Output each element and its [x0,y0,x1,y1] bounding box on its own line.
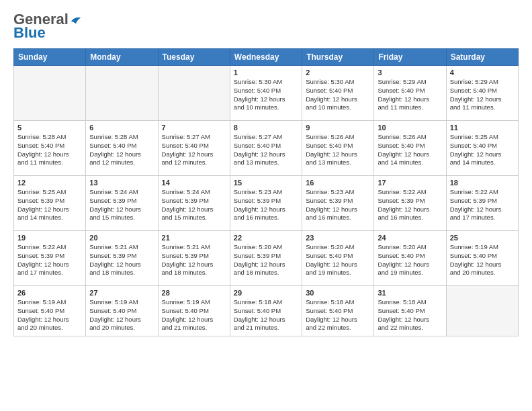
day-number: 22 [234,234,298,242]
empty-cell [158,66,230,121]
day-cell-6: 6Sunrise: 5:28 AM Sunset: 5:40 PM Daylig… [86,121,158,176]
day-number: 16 [306,179,370,187]
empty-cell [14,66,86,121]
weekday-header-wednesday: Wednesday [230,49,302,66]
day-info: Sunrise: 5:22 AM Sunset: 5:39 PM Dayligh… [450,188,515,222]
day-info: Sunrise: 5:19 AM Sunset: 5:40 PM Dayligh… [162,298,226,332]
logo-blue-text: Blue [13,24,46,42]
day-number: 3 [378,68,442,77]
day-cell-4: 4Sunrise: 5:29 AM Sunset: 5:40 PM Daylig… [446,66,518,121]
day-number: 4 [450,68,515,77]
day-cell-31: 31Sunrise: 5:18 AM Sunset: 5:40 PM Dayli… [374,286,446,336]
day-cell-27: 27Sunrise: 5:19 AM Sunset: 5:40 PM Dayli… [86,286,158,336]
weekday-header-sunday: Sunday [14,49,86,66]
day-number: 17 [378,179,442,187]
day-cell-20: 20Sunrise: 5:21 AM Sunset: 5:39 PM Dayli… [86,231,158,286]
day-cell-25: 25Sunrise: 5:19 AM Sunset: 5:40 PM Dayli… [446,231,518,286]
day-cell-18: 18Sunrise: 5:22 AM Sunset: 5:39 PM Dayli… [446,176,518,231]
day-cell-3: 3Sunrise: 5:29 AM Sunset: 5:40 PM Daylig… [374,66,446,121]
day-info: Sunrise: 5:19 AM Sunset: 5:40 PM Dayligh… [17,298,82,332]
day-number: 24 [378,234,442,242]
day-number: 29 [234,289,298,297]
weekday-header-row: SundayMondayTuesdayWednesdayThursdayFrid… [14,49,519,66]
week-row-1: 1Sunrise: 5:30 AM Sunset: 5:40 PM Daylig… [14,66,519,121]
day-number: 11 [450,124,515,132]
logo: General Blue [13,12,82,42]
day-cell-12: 12Sunrise: 5:25 AM Sunset: 5:39 PM Dayli… [14,176,86,231]
day-cell-22: 22Sunrise: 5:20 AM Sunset: 5:39 PM Dayli… [230,231,302,286]
day-number: 25 [450,234,515,242]
day-number: 13 [89,179,154,187]
day-number: 7 [162,124,226,132]
day-info: Sunrise: 5:30 AM Sunset: 5:40 PM Dayligh… [306,78,370,112]
day-cell-26: 26Sunrise: 5:19 AM Sunset: 5:40 PM Dayli… [14,286,86,336]
day-number: 18 [450,179,515,187]
day-cell-11: 11Sunrise: 5:25 AM Sunset: 5:40 PM Dayli… [446,121,518,176]
header: General Blue [13,12,519,42]
week-row-5: 26Sunrise: 5:19 AM Sunset: 5:40 PM Dayli… [14,286,519,336]
day-info: Sunrise: 5:22 AM Sunset: 5:39 PM Dayligh… [17,243,82,277]
day-info: Sunrise: 5:19 AM Sunset: 5:40 PM Dayligh… [89,298,154,332]
day-info: Sunrise: 5:27 AM Sunset: 5:40 PM Dayligh… [162,133,226,167]
day-info: Sunrise: 5:29 AM Sunset: 5:40 PM Dayligh… [450,78,515,112]
day-number: 8 [234,124,298,132]
day-cell-21: 21Sunrise: 5:21 AM Sunset: 5:39 PM Dayli… [158,231,230,286]
day-number: 2 [306,68,370,77]
day-number: 31 [378,289,442,297]
day-number: 12 [17,179,82,187]
day-number: 10 [378,124,442,132]
day-info: Sunrise: 5:20 AM Sunset: 5:39 PM Dayligh… [234,243,298,277]
day-info: Sunrise: 5:26 AM Sunset: 5:40 PM Dayligh… [306,133,370,167]
logo-bird-icon [70,15,82,24]
day-info: Sunrise: 5:21 AM Sunset: 5:39 PM Dayligh… [162,243,226,277]
day-number: 14 [162,179,226,187]
day-info: Sunrise: 5:28 AM Sunset: 5:40 PM Dayligh… [17,133,82,167]
day-number: 19 [17,234,82,242]
day-cell-23: 23Sunrise: 5:20 AM Sunset: 5:40 PM Dayli… [302,231,374,286]
day-cell-2: 2Sunrise: 5:30 AM Sunset: 5:40 PM Daylig… [302,66,374,121]
day-info: Sunrise: 5:18 AM Sunset: 5:40 PM Dayligh… [234,298,298,332]
day-info: Sunrise: 5:26 AM Sunset: 5:40 PM Dayligh… [378,133,442,167]
day-info: Sunrise: 5:19 AM Sunset: 5:40 PM Dayligh… [450,243,515,277]
day-info: Sunrise: 5:28 AM Sunset: 5:40 PM Dayligh… [89,133,154,167]
day-number: 6 [89,124,154,132]
day-cell-1: 1Sunrise: 5:30 AM Sunset: 5:40 PM Daylig… [230,66,302,121]
day-cell-8: 8Sunrise: 5:27 AM Sunset: 5:40 PM Daylig… [230,121,302,176]
day-cell-14: 14Sunrise: 5:24 AM Sunset: 5:39 PM Dayli… [158,176,230,231]
weekday-header-friday: Friday [374,49,446,66]
day-info: Sunrise: 5:22 AM Sunset: 5:39 PM Dayligh… [378,188,442,222]
day-cell-10: 10Sunrise: 5:26 AM Sunset: 5:40 PM Dayli… [374,121,446,176]
day-info: Sunrise: 5:25 AM Sunset: 5:40 PM Dayligh… [450,133,515,167]
day-cell-19: 19Sunrise: 5:22 AM Sunset: 5:39 PM Dayli… [14,231,86,286]
calendar-page: General Blue SundayMondayTuesdayWednesda… [0,0,532,411]
day-number: 20 [89,234,154,242]
day-cell-17: 17Sunrise: 5:22 AM Sunset: 5:39 PM Dayli… [374,176,446,231]
day-info: Sunrise: 5:24 AM Sunset: 5:39 PM Dayligh… [89,188,154,222]
day-info: Sunrise: 5:25 AM Sunset: 5:39 PM Dayligh… [17,188,82,222]
day-info: Sunrise: 5:18 AM Sunset: 5:40 PM Dayligh… [378,298,442,332]
calendar-table: SundayMondayTuesdayWednesdayThursdayFrid… [13,48,519,336]
weekday-header-monday: Monday [86,49,158,66]
day-cell-24: 24Sunrise: 5:20 AM Sunset: 5:40 PM Dayli… [374,231,446,286]
day-cell-15: 15Sunrise: 5:23 AM Sunset: 5:39 PM Dayli… [230,176,302,231]
week-row-4: 19Sunrise: 5:22 AM Sunset: 5:39 PM Dayli… [14,231,519,286]
day-number: 15 [234,179,298,187]
week-row-2: 5Sunrise: 5:28 AM Sunset: 5:40 PM Daylig… [14,121,519,176]
day-cell-28: 28Sunrise: 5:19 AM Sunset: 5:40 PM Dayli… [158,286,230,336]
day-cell-30: 30Sunrise: 5:18 AM Sunset: 5:40 PM Dayli… [302,286,374,336]
day-info: Sunrise: 5:24 AM Sunset: 5:39 PM Dayligh… [162,188,226,222]
day-cell-9: 9Sunrise: 5:26 AM Sunset: 5:40 PM Daylig… [302,121,374,176]
day-info: Sunrise: 5:20 AM Sunset: 5:40 PM Dayligh… [378,243,442,277]
day-number: 5 [17,124,82,132]
day-info: Sunrise: 5:29 AM Sunset: 5:40 PM Dayligh… [378,78,442,112]
day-cell-5: 5Sunrise: 5:28 AM Sunset: 5:40 PM Daylig… [14,121,86,176]
day-info: Sunrise: 5:27 AM Sunset: 5:40 PM Dayligh… [234,133,298,167]
day-cell-29: 29Sunrise: 5:18 AM Sunset: 5:40 PM Dayli… [230,286,302,336]
day-info: Sunrise: 5:20 AM Sunset: 5:40 PM Dayligh… [306,243,370,277]
day-cell-13: 13Sunrise: 5:24 AM Sunset: 5:39 PM Dayli… [86,176,158,231]
week-row-3: 12Sunrise: 5:25 AM Sunset: 5:39 PM Dayli… [14,176,519,231]
day-number: 28 [162,289,226,297]
weekday-header-thursday: Thursday [302,49,374,66]
day-number: 30 [306,289,370,297]
day-cell-7: 7Sunrise: 5:27 AM Sunset: 5:40 PM Daylig… [158,121,230,176]
